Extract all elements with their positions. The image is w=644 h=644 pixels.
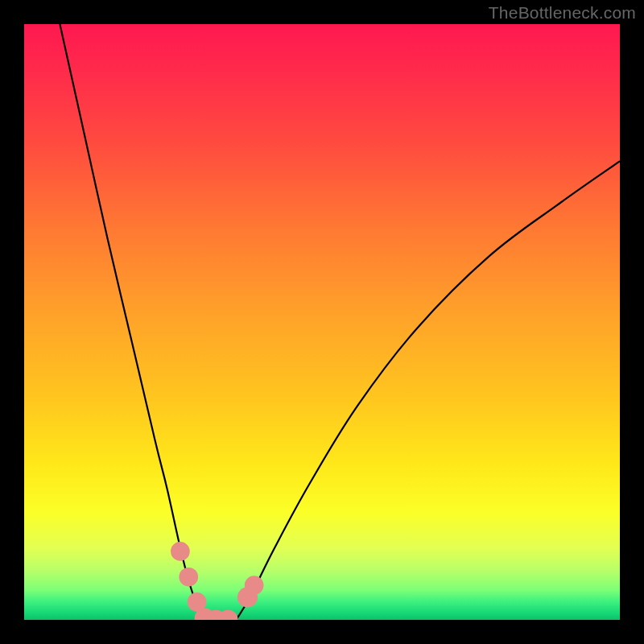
marker-dot [179,568,198,587]
watermark-text: TheBottleneck.com [489,3,636,23]
curve-left-branch [60,24,204,620]
marker-dot [171,542,190,561]
marker-group [171,542,263,620]
marker-dot [245,576,264,595]
plot-area [24,24,620,620]
curve-right-branch [236,161,620,620]
chart-frame: TheBottleneck.com [0,0,644,644]
curve-layer [24,24,620,620]
